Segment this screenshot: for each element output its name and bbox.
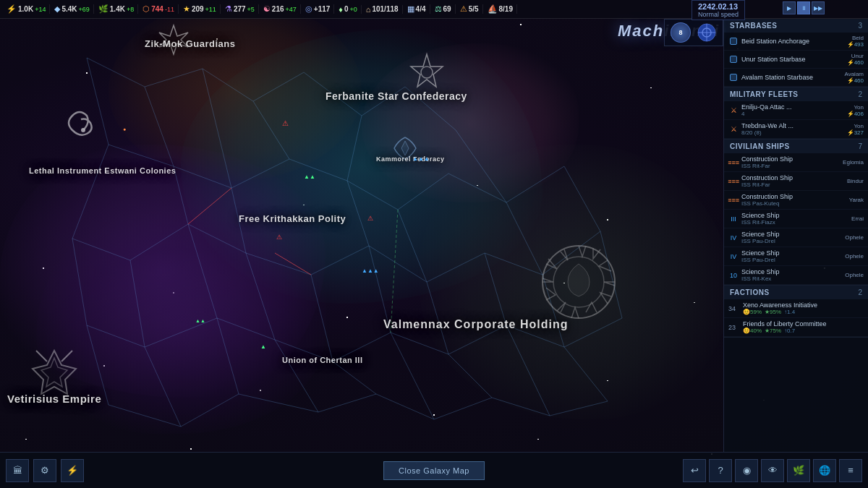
faction-info-0: Xeno Awareness Initiative 😊59% ★95% ↑1.4 [743,301,864,315]
civilian-ship-item-4[interactable]: IV Science Ship ISS Pau-Drel Ophele [724,228,868,247]
resource-value-amenities: 0 [344,5,349,13]
starbases-header[interactable]: Starbases 3 [724,19,868,33]
faction-logo-ferbanite [405,51,448,97]
starbase-station-icon [730,56,737,63]
fast-forward-button[interactable]: ▶▶ [812,1,825,14]
conflict-marker-2: ⚠ [276,234,282,241]
faction-name-0: Xeno Awareness Initiative [743,301,864,309]
svg-point-76 [81,128,85,132]
civilian-sub-3: ISS Rit-Fiazx [741,219,848,226]
starbases-title: Starbases [730,22,777,30]
starbase-num-2: ⚡460 [847,77,864,84]
play-controls[interactable]: ▶ ⏸ ▶▶ [783,1,825,14]
civilian-ship-item-0[interactable]: ≡≡≡ Construction Ship ISS Rit-Far Eglomi… [724,153,868,172]
civilian-ship-item-2[interactable]: ≡≡≡ Construction Ship ISS Pas-Kuteq Yara… [724,191,868,210]
resource-delta-unity: +47 [286,6,297,13]
resource-value-fleet: 8/19 [499,5,513,13]
svg-point-78 [421,67,433,78]
fleet-loc-0: Yon [854,104,864,111]
civilian-icon-5: IV [728,252,739,262]
visibility-button[interactable]: 👁 [761,459,784,482]
starbase-icon-0 [728,36,739,46]
resource-icon-alloys: ⬡ [142,4,150,14]
pause-button[interactable]: ⏸ [797,1,810,14]
fleet-marker-2: ▲▲ [304,174,315,180]
settings-button[interactable]: ⚙ [33,459,56,482]
empire-flag[interactable]: 8 [664,19,723,46]
empire-flag-icon [697,22,717,43]
civilian-type-icon: III [731,215,736,223]
civilian-type-icon: IV [731,253,737,260]
starbases-list: Beid Station Anchorage Beid ⚡493 Unur St… [724,33,868,87]
civilian-ships-header[interactable]: Civilian Ships 7 [724,140,868,153]
civilian-loc-5: Ophele [845,253,864,260]
faction-item-0[interactable]: 34 Xeno Awareness Initiative 😊59% ★95% ↑… [724,299,868,318]
resource-icon-housing: ⌂ [366,5,371,14]
resource-minerals: ◆ 5.4K +69 [51,4,93,14]
civics-button[interactable]: 🏛 [6,459,29,482]
starbase-icon-1 [728,54,739,64]
fleet-marker-4: ▲ [260,343,266,350]
galaxy-view-button[interactable]: 🌐 [813,459,836,482]
fleet-name-0: Enilju-Qa Attac ... [741,103,844,111]
civilian-icon-0: ≡≡≡ [728,158,739,168]
civilian-type-icon: ≡≡≡ [728,159,739,166]
resource-value-housing: 101/118 [372,5,398,13]
notifications-button[interactable]: ◉ [735,459,758,482]
civilian-icon-6: 10 [728,270,739,281]
military-fleets-header[interactable]: Military Fleets 2 [724,87,868,101]
faction-item-1[interactable]: 23 Friends of Liberty Committee 😊40% ★75… [724,318,868,337]
environment-button[interactable]: 🌿 [787,459,810,482]
starbase-item-1[interactable]: Unur Station Starbase Unur ⚡460 [724,51,868,69]
resource-delta-food: +8 [127,6,134,13]
fleet-info-1: Trebdna-We Alt ... 8/20 (8) [741,122,844,136]
civilian-sub-4: ISS Pau-Drel [741,238,842,244]
outliner-panel: Starbases 3 Beid Station Anchorage Beid … [723,19,868,452]
resource-housing: ⌂ 101/118 [362,5,403,14]
close-galaxy-map-button[interactable]: Close Galaxy Map [383,461,485,480]
civilian-value-6: Ophele [845,272,864,278]
menu-button[interactable]: ≡ [839,459,862,482]
resource-icon-consumer: ★ [183,4,190,14]
starbase-num-1: ⚡460 [847,59,864,66]
resource-influence: ◎ +117 [302,4,335,14]
civilian-icon-4: IV [728,233,739,243]
civilian-ships-section: Civilian Ships 7 ≡≡≡ Construction Ship I… [724,140,868,286]
power-button[interactable]: ⚡ [61,459,84,482]
military-fleets-list: ⚔ Enilju-Qa Attac ... 4 Yon ⚡406 ⚔ Trebd… [724,101,868,139]
faction-logo-valmennax [528,231,629,335]
military-fleet-item-1[interactable]: ⚔ Trebdna-We Alt ... 8/20 (8) Yon ⚡327 [724,120,868,139]
starbase-item-2[interactable]: Avalam Station Starbase Avalam ⚡460 [724,69,868,87]
bottom-left-icons: 🏛 ⚙ ⚡ [0,459,90,482]
starbase-item-0[interactable]: Beid Station Anchorage Beid ⚡493 [724,33,868,51]
civilian-info-1: Construction Ship ISS Rit-Far [741,174,844,188]
faction-stat-0-1: ★95% [765,309,781,315]
civilian-name-2: Construction Ship [741,193,846,200]
fleet-icon-0: ⚔ [728,106,739,116]
civilian-ship-item-5[interactable]: IV Science Ship ISS Pau-Drel Ophele [724,247,868,266]
resource-delta-amenities: +0 [350,6,357,13]
civilian-ship-item-3[interactable]: III Science Ship ISS Rit-Fiazx Errai [724,210,868,228]
undo-button[interactable]: ↩ [683,459,706,482]
factions-header[interactable]: Factions 2 [724,286,868,299]
game-date: 2242.02.13 [698,2,739,11]
civilian-ship-item-6[interactable]: 10 Science Ship ISS Rit-Kex Ophele [724,266,868,285]
speed-play-button[interactable]: ▶ [783,1,796,14]
civilian-loc-0: Eglomia [843,159,864,166]
military-fleet-item-0[interactable]: ⚔ Enilju-Qa Attac ... 4 Yon ⚡406 [724,101,868,120]
civilian-name-4: Science Ship [741,231,842,238]
faction-info-1: Friends of Liberty Committee 😊40% ★75% ↑… [743,320,864,334]
civilian-name-5: Science Ship [741,249,842,257]
resource-icon-districts: ▦ [407,4,414,14]
help-button[interactable]: ? [709,459,732,482]
resource-value-stability: 69 [443,5,451,13]
conflict-marker-3: ⚠ [367,215,373,222]
resource-fleet: ⛵ 8/19 [484,4,517,14]
military-fleets-title: Military Fleets [730,90,799,98]
fleet-sub-1: 8/20 (8) [741,129,844,136]
fleet-sword-icon: ⚔ [731,106,737,114]
fleet-marker-5: ● [123,127,126,132]
faction-stat-1-2: ↑0.7 [784,328,795,334]
civilian-ship-item-1[interactable]: ≡≡≡ Construction Ship ISS Rit-Far Bindur [724,172,868,191]
resource-stability: ⚖ 69 [431,4,456,14]
